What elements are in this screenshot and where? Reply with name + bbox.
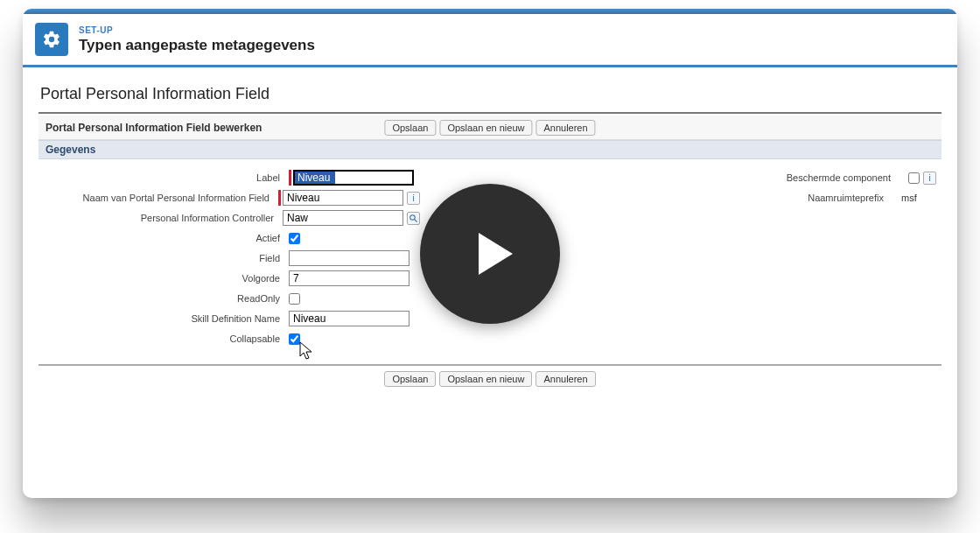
label-controller: Personal Information Controller xyxy=(44,213,283,223)
breadcrumb: SET-UP xyxy=(79,25,315,35)
collapsable-checkbox[interactable] xyxy=(289,333,300,345)
save-button-bottom[interactable]: Opslaan xyxy=(384,371,436,387)
save-and-new-button-bottom[interactable]: Opslaan en nieuw xyxy=(439,371,532,387)
label-name: Naam van Portal Personal Information Fie… xyxy=(44,193,278,203)
label-nsprefix: Naamruimteprefix xyxy=(808,193,892,203)
gear-icon xyxy=(35,23,68,56)
label-order: Volgorde xyxy=(44,273,289,284)
label-skill: Skill Definition Name xyxy=(44,313,289,324)
label-collapsable: Collapsable xyxy=(44,333,289,344)
nsprefix-value: msf xyxy=(901,193,936,203)
info-icon[interactable]: i xyxy=(407,192,420,205)
section-gegevens: Gegevens xyxy=(38,140,942,159)
play-overlay-icon[interactable] xyxy=(420,184,560,324)
label-readonly: ReadOnly xyxy=(44,293,289,304)
header-title: Typen aangepaste metagegevens xyxy=(79,37,315,54)
label-input[interactable] xyxy=(293,170,414,186)
label-label: Label xyxy=(44,172,289,183)
order-input[interactable] xyxy=(289,270,410,286)
protected-checkbox[interactable] xyxy=(908,172,920,184)
label-protected: Beschermde component xyxy=(787,172,900,183)
skill-input[interactable] xyxy=(289,311,410,326)
controller-input[interactable] xyxy=(283,210,403,226)
label-active: Actief xyxy=(44,233,289,243)
page-header: SET-UP Typen aangepaste metagegevens xyxy=(23,14,957,67)
cancel-button-bottom[interactable]: Annuleren xyxy=(536,371,595,387)
svg-line-1 xyxy=(415,219,417,221)
save-button[interactable]: Opslaan xyxy=(384,120,436,136)
active-checkbox[interactable] xyxy=(289,233,300,244)
readonly-checkbox[interactable] xyxy=(289,293,300,305)
svg-point-0 xyxy=(410,214,416,220)
name-input[interactable] xyxy=(283,190,403,206)
save-and-new-button[interactable]: Opslaan en nieuw xyxy=(439,120,532,136)
info-icon[interactable]: i xyxy=(923,172,936,185)
lookup-icon[interactable] xyxy=(407,212,420,225)
svg-marker-2 xyxy=(479,233,513,275)
cancel-button[interactable]: Annuleren xyxy=(536,120,595,136)
page-title: Portal Personal Information Field xyxy=(38,76,942,114)
edit-bar-title: Portal Personal Information Field bewerk… xyxy=(46,122,262,134)
label-field: Field xyxy=(44,253,289,263)
field-input[interactable] xyxy=(289,250,410,266)
